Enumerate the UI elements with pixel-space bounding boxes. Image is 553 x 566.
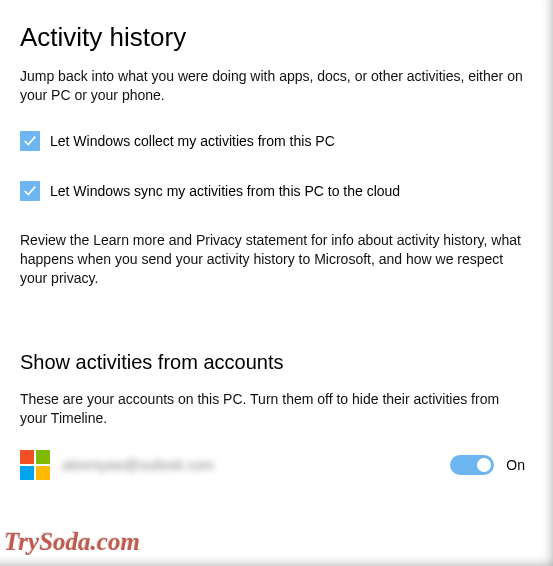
checkbox-label: Let Windows collect my activities from t… (50, 133, 335, 149)
watermark-text: TrySoda.com (4, 528, 140, 556)
accounts-title: Show activities from accounts (20, 351, 525, 374)
toggle-knob (477, 458, 491, 472)
page-title: Activity history (20, 22, 525, 53)
activity-history-settings: Activity history Jump back into what you… (0, 0, 553, 480)
microsoft-logo-icon (20, 450, 50, 480)
accounts-description: These are your accounts on this PC. Turn… (20, 390, 525, 428)
checkbox-label: Let Windows sync my activities from this… (50, 183, 400, 199)
checkbox-collect-activities[interactable]: Let Windows collect my activities from t… (20, 131, 525, 151)
checkbox-icon[interactable] (20, 131, 40, 151)
checkbox-icon[interactable] (20, 181, 40, 201)
account-toggle[interactable] (450, 455, 494, 475)
review-statement: Review the Learn more and Privacy statem… (20, 231, 525, 288)
checkbox-sync-activities[interactable]: Let Windows sync my activities from this… (20, 181, 525, 201)
account-toggle-group: On (450, 455, 525, 475)
account-email: alexmyaw@outlook.com (62, 457, 438, 473)
toggle-state-label: On (506, 457, 525, 473)
account-row: alexmyaw@outlook.com On (20, 450, 525, 480)
page-description: Jump back into what you were doing with … (20, 67, 525, 105)
